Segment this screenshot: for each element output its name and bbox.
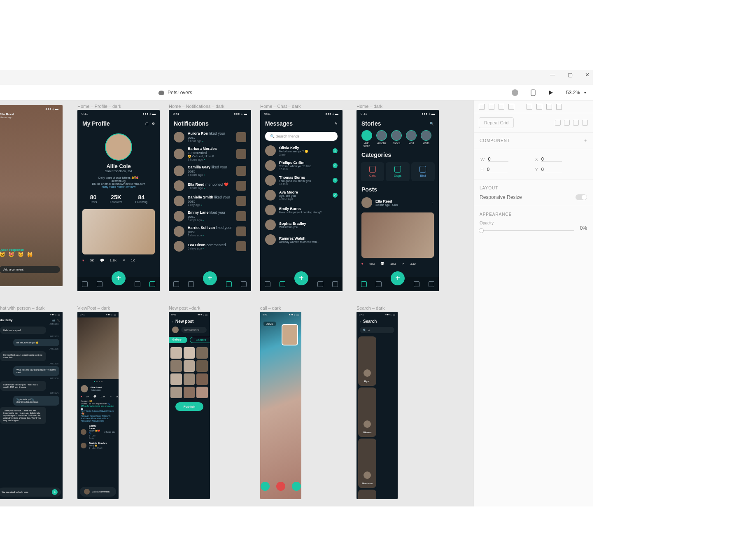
chat-item[interactable]: Sophia BradleyWill inform you xyxy=(260,217,343,232)
share-icon[interactable]: ↗ xyxy=(110,395,112,398)
window-close[interactable]: ✕ xyxy=(585,72,590,80)
share-icon[interactable]: ↗ xyxy=(401,262,404,266)
comment-icon[interactable]: 💬 xyxy=(100,259,104,262)
distribute-h-icon[interactable] xyxy=(546,104,552,110)
message-input[interactable]: We are glad to help you. xyxy=(2,491,28,493)
back-icon[interactable]: ‹ xyxy=(360,320,361,323)
nav-chat-icon[interactable] xyxy=(97,281,103,287)
artboard-notifications[interactable]: 9:41●●● ⏚ ▬ Notifications Aurora Rori li… xyxy=(169,110,251,291)
viewpost-image[interactable] xyxy=(77,317,119,379)
x-input[interactable] xyxy=(541,156,562,162)
exclude-boolean-icon[interactable] xyxy=(582,120,588,126)
artboard-chat[interactable]: 9:41●●● ⏚ ▬ Messages ✎ 🔍 Search friends … xyxy=(260,110,343,291)
chat-item[interactable]: Phillips GriffinText me when you're free… xyxy=(260,158,343,173)
post-image[interactable] xyxy=(361,212,434,258)
window-minimize[interactable]: — xyxy=(550,72,555,80)
comment-icon[interactable]: 💬 xyxy=(93,395,96,398)
gear-icon[interactable]: ⚙ xyxy=(152,122,155,126)
compose-icon[interactable]: ✎ xyxy=(335,122,338,126)
call-icon[interactable]: 📞 xyxy=(57,319,60,322)
profile-avatar[interactable] xyxy=(105,133,132,161)
align-middle-icon[interactable] xyxy=(527,104,532,110)
artboard-label[interactable]: New post –dark xyxy=(169,306,210,310)
artboard-label[interactable]: Home – Chat – dark xyxy=(260,104,343,109)
tab-gallery[interactable]: Gallery xyxy=(169,337,187,343)
align-bottom-icon[interactable] xyxy=(536,104,542,110)
chat-item[interactable]: Emily BurnsHow is the project coming alo… xyxy=(260,203,343,217)
notification-item[interactable]: Aurora Rori liked your post1 hour ago • xyxy=(169,129,251,145)
gallery-thumb[interactable] xyxy=(170,387,182,398)
notification-item[interactable]: Danielle Smith liked your post1 day ago … xyxy=(169,193,251,208)
width-input[interactable] xyxy=(488,156,508,162)
search-input[interactable]: 🔍 cat xyxy=(360,327,394,333)
artboard-label[interactable]: Chat with person – dark xyxy=(0,306,63,310)
height-input[interactable] xyxy=(487,167,508,172)
gallery-thumb[interactable] xyxy=(184,360,195,372)
notification-item[interactable]: Barbara Morales commented😺 Cute cat, I l… xyxy=(169,145,251,163)
add-comment-input[interactable]: Add a comment xyxy=(92,490,110,493)
artboard-label[interactable]: Home – Notifications – dark xyxy=(169,104,251,109)
notification-item[interactable]: Emmy Lane liked your post3 days ago • xyxy=(169,208,251,224)
mute-button[interactable] xyxy=(261,482,270,491)
like-icon[interactable]: ♥ xyxy=(81,395,82,398)
story-item[interactable]: Amelia xyxy=(375,130,388,147)
gallery-thumb[interactable] xyxy=(196,373,208,385)
emoji-row[interactable]: 😺 😻 😽 🙀 xyxy=(0,252,34,257)
search-result-card[interactable]: Gibson xyxy=(358,387,376,437)
nav-home-icon[interactable] xyxy=(82,281,88,287)
gallery-thumb[interactable] xyxy=(196,347,208,359)
chat-item[interactable]: Thomas BurnsI am good too, thank you15 m… xyxy=(260,173,343,188)
notification-item[interactable]: Harriet Sullivan liked your post3 days a… xyxy=(169,224,251,239)
comment-icon[interactable]: 💬 xyxy=(380,262,384,266)
intersect-boolean-icon[interactable] xyxy=(573,120,579,126)
chat-item[interactable]: Ava MooreAye, see you1 hour ago✓ xyxy=(260,188,343,203)
distribute-v-icon[interactable] xyxy=(556,104,562,110)
story-item[interactable]: Wid xyxy=(405,130,417,147)
chat-item[interactable]: Olivia KellyHello how are you? 😊3 min1 xyxy=(260,143,343,158)
like-icon[interactable]: ♥ xyxy=(361,262,364,266)
search-input[interactable]: 🔍 Search friends xyxy=(265,132,338,141)
gallery-thumb[interactable] xyxy=(184,347,195,359)
align-center-h-icon[interactable] xyxy=(489,104,494,110)
notification-item[interactable]: Ella Reed mentioned ❤️8 hours ago • xyxy=(169,178,251,193)
profile-post-image[interactable] xyxy=(82,209,155,254)
send-button[interactable]: ➤ xyxy=(52,489,58,495)
post-author-avatar[interactable] xyxy=(361,197,372,208)
back-icon[interactable]: ‹ xyxy=(172,320,173,323)
search-result-card[interactable]: Armstrong xyxy=(358,490,376,499)
add-comment-input[interactable]: Add a comment xyxy=(0,266,60,273)
search-icon[interactable]: 🔍 xyxy=(430,122,434,126)
chat-item[interactable]: Ramirez WalshActually wanted to check wi… xyxy=(260,232,343,247)
add-boolean-icon[interactable] xyxy=(555,120,561,126)
artboard-feed-partial[interactable]: ●●● ⏚ ▬ Ella Reed 4 hours ago Quick resp… xyxy=(0,105,63,286)
artboard-label[interactable]: call – dark xyxy=(260,306,301,310)
artboard-chatperson[interactable]: ●●● ⏚ ▬ via Kelly 📹📞 AM 13:03Hello how a… xyxy=(0,312,63,499)
responsive-resize-toggle[interactable] xyxy=(576,194,587,200)
gallery-thumb[interactable] xyxy=(170,360,182,372)
video-call-icon[interactable]: 📹 xyxy=(52,319,55,322)
category-card[interactable]: Dogs xyxy=(386,162,409,181)
like-icon[interactable]: ♥ xyxy=(82,259,84,262)
category-card[interactable]: Cats xyxy=(361,162,384,181)
chevron-down-icon[interactable]: ▾ xyxy=(584,91,586,95)
fab-add-button[interactable]: + xyxy=(112,271,126,285)
artboard-call[interactable]: 9:41●●● ⏚ ▬ 01:23 xyxy=(260,312,301,499)
artboard-label[interactable]: Search – dark xyxy=(357,306,398,310)
artboard-label[interactable]: Home – dark xyxy=(357,104,439,109)
story-item[interactable]: Wats xyxy=(420,130,432,147)
repeat-grid-button[interactable]: Repeat Grid xyxy=(479,117,514,128)
video-toggle-button[interactable] xyxy=(292,482,301,491)
self-video-thumbnail[interactable] xyxy=(282,324,298,345)
artboard-newpost[interactable]: 9:41●●● ⏚ ▬ ‹New post Say somthing Galle… xyxy=(169,312,210,499)
artboard-label[interactable]: Home – Profile – dark xyxy=(77,104,160,109)
publish-button[interactable]: Publish xyxy=(175,402,203,411)
window-maximize[interactable]: ▢ xyxy=(568,72,573,80)
category-card[interactable]: Bird xyxy=(411,162,435,181)
align-right-icon[interactable] xyxy=(499,104,504,110)
nav-bell-icon[interactable] xyxy=(135,281,140,287)
search-result-card[interactable]: Ryan xyxy=(358,336,376,386)
artboard-profile[interactable]: 9:41●●● ⏚ ▬ My Profile ▢ ⚙ Allie Cole Sa… xyxy=(77,110,160,291)
search-result-card[interactable]: Morrison xyxy=(358,439,376,488)
bookmark-icon[interactable]: ▢ xyxy=(145,122,149,126)
align-left-icon[interactable] xyxy=(479,104,485,110)
